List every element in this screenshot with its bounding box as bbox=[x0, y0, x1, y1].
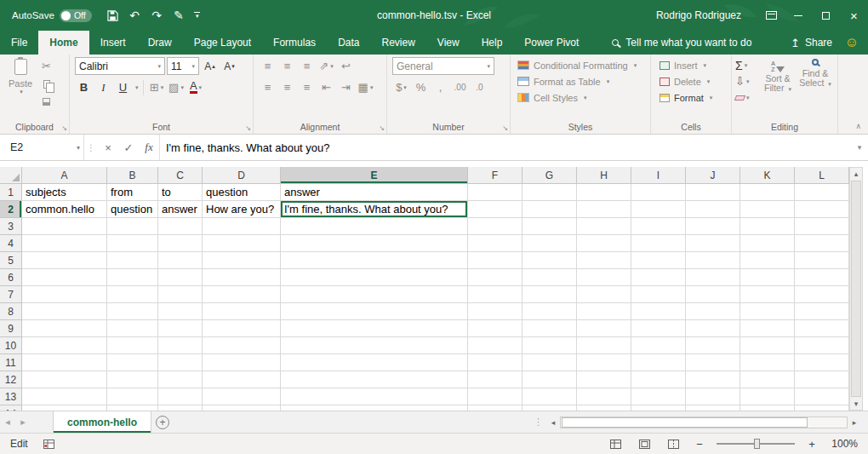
cell-A14[interactable] bbox=[22, 405, 107, 411]
cell-A1[interactable]: subjects bbox=[22, 184, 107, 201]
cell-C4[interactable] bbox=[158, 235, 203, 252]
cell-D13[interactable] bbox=[203, 388, 281, 405]
cell-J11[interactable] bbox=[686, 354, 740, 371]
cell-I14[interactable] bbox=[631, 405, 686, 411]
customize-quick-access-button[interactable]: ▾ bbox=[191, 4, 204, 26]
font-name-select[interactable]: Calibri▾ bbox=[75, 57, 165, 75]
cell-G14[interactable] bbox=[523, 405, 577, 411]
scrollbar-splitter-handle[interactable]: ⋮ bbox=[530, 411, 546, 433]
cell-L11[interactable] bbox=[795, 354, 849, 371]
percent-style-button[interactable]: % bbox=[412, 78, 430, 96]
horizontal-scrollbar[interactable]: ◂ ▸ bbox=[546, 411, 861, 433]
number-format-select[interactable]: General▾ bbox=[392, 57, 494, 75]
cell-G11[interactable] bbox=[523, 354, 577, 371]
cell-H7[interactable] bbox=[577, 286, 631, 303]
cell-A4[interactable] bbox=[22, 235, 107, 252]
scroll-down-button[interactable]: ▾ bbox=[850, 398, 862, 410]
cell-F12[interactable] bbox=[468, 371, 523, 388]
cell-B1[interactable]: from bbox=[107, 184, 158, 201]
cell-K4[interactable] bbox=[740, 235, 795, 252]
cell-J14[interactable] bbox=[686, 405, 740, 411]
cell-F6[interactable] bbox=[468, 269, 523, 286]
cell-H10[interactable] bbox=[577, 337, 631, 354]
row-header-3[interactable]: 3 bbox=[0, 218, 22, 235]
merge-center-button[interactable]: ▦▾ bbox=[357, 78, 374, 96]
cell-L2[interactable] bbox=[795, 201, 849, 218]
tab-file[interactable]: File bbox=[0, 31, 38, 55]
cell-G7[interactable] bbox=[523, 286, 577, 303]
cell-D3[interactable] bbox=[203, 218, 281, 235]
cell-A6[interactable] bbox=[22, 269, 107, 286]
tab-view[interactable]: View bbox=[426, 31, 471, 55]
cell-I1[interactable] bbox=[631, 184, 686, 201]
cell-styles-button[interactable]: Cell Styles ▾ bbox=[511, 89, 650, 106]
zoom-thumb[interactable] bbox=[754, 439, 760, 449]
cell-L4[interactable] bbox=[795, 235, 849, 252]
cell-F3[interactable] bbox=[468, 218, 523, 235]
decrease-decimal-button[interactable]: .0 bbox=[471, 78, 488, 96]
alignment-dialog-launcher[interactable]: ↘ bbox=[379, 124, 385, 132]
cell-G3[interactable] bbox=[523, 218, 577, 235]
cell-J12[interactable] bbox=[686, 371, 740, 388]
zoom-level[interactable]: 100% bbox=[829, 438, 858, 450]
column-header-E[interactable]: E bbox=[281, 167, 468, 184]
cell-B4[interactable] bbox=[107, 235, 158, 252]
column-header-B[interactable]: B bbox=[107, 167, 158, 184]
delete-cells-button[interactable]: Delete ▾ bbox=[651, 73, 731, 89]
cell-D8[interactable] bbox=[203, 303, 281, 320]
cell-F9[interactable] bbox=[468, 320, 523, 337]
zoom-out-button[interactable]: − bbox=[693, 438, 706, 451]
cell-E1[interactable]: answer bbox=[281, 184, 468, 201]
feedback-button[interactable]: ☺ bbox=[841, 31, 863, 55]
cell-B12[interactable] bbox=[107, 371, 158, 388]
cell-E2[interactable]: I'm fine, thanks. What about you? bbox=[281, 201, 468, 218]
cell-C13[interactable] bbox=[158, 388, 203, 405]
cell-C8[interactable] bbox=[158, 303, 203, 320]
cell-K13[interactable] bbox=[740, 388, 795, 405]
sheet-nav-left-button[interactable]: ◂ bbox=[0, 411, 15, 433]
maximize-button[interactable] bbox=[812, 0, 840, 31]
name-box-dropdown[interactable]: ▾ bbox=[77, 144, 80, 152]
cell-C2[interactable]: answer bbox=[158, 201, 203, 218]
row-header-10[interactable]: 10 bbox=[0, 337, 22, 354]
tell-me-box[interactable]: Tell me what you want to do bbox=[612, 31, 751, 55]
cell-B13[interactable] bbox=[107, 388, 158, 405]
cell-D7[interactable] bbox=[203, 286, 281, 303]
cell-B2[interactable]: question bbox=[107, 201, 158, 218]
fill-button[interactable]: ⇩▾ bbox=[735, 73, 759, 89]
cell-K12[interactable] bbox=[740, 371, 795, 388]
cell-C1[interactable]: to bbox=[158, 184, 203, 201]
cell-K6[interactable] bbox=[740, 269, 795, 286]
scroll-up-button[interactable]: ▴ bbox=[850, 168, 862, 180]
row-header-14[interactable]: 14 bbox=[0, 405, 22, 411]
cell-E10[interactable] bbox=[281, 337, 468, 354]
cell-C6[interactable] bbox=[158, 269, 203, 286]
touch-mouse-mode-button[interactable]: ✎ bbox=[168, 4, 190, 26]
cell-C7[interactable] bbox=[158, 286, 203, 303]
cell-C14[interactable] bbox=[158, 405, 203, 411]
sheet-nav-right-button[interactable]: ▸ bbox=[15, 411, 31, 433]
wrap-text-button[interactable]: ↩ bbox=[337, 57, 355, 75]
column-header-H[interactable]: H bbox=[577, 167, 631, 184]
cell-E3[interactable] bbox=[281, 218, 468, 235]
row-header-7[interactable]: 7 bbox=[0, 286, 22, 303]
cell-C9[interactable] bbox=[158, 320, 203, 337]
tab-draw[interactable]: Draw bbox=[137, 31, 183, 55]
cell-C10[interactable] bbox=[158, 337, 203, 354]
cell-G10[interactable] bbox=[523, 337, 577, 354]
number-dialog-launcher[interactable]: ↘ bbox=[502, 124, 508, 132]
cell-D9[interactable] bbox=[203, 320, 281, 337]
cell-J6[interactable] bbox=[686, 269, 740, 286]
cell-K3[interactable] bbox=[740, 218, 795, 235]
cell-D11[interactable] bbox=[203, 354, 281, 371]
row-header-12[interactable]: 12 bbox=[0, 371, 22, 388]
column-header-K[interactable]: K bbox=[740, 167, 795, 184]
cell-B3[interactable] bbox=[107, 218, 158, 235]
cell-C11[interactable] bbox=[158, 354, 203, 371]
horizontal-scroll-thumb[interactable] bbox=[562, 417, 808, 428]
select-all-button[interactable] bbox=[0, 167, 22, 184]
insert-cells-button[interactable]: Insert ▾ bbox=[651, 57, 731, 73]
cell-I8[interactable] bbox=[631, 303, 686, 320]
cell-D5[interactable] bbox=[203, 252, 281, 269]
cell-A8[interactable] bbox=[22, 303, 107, 320]
